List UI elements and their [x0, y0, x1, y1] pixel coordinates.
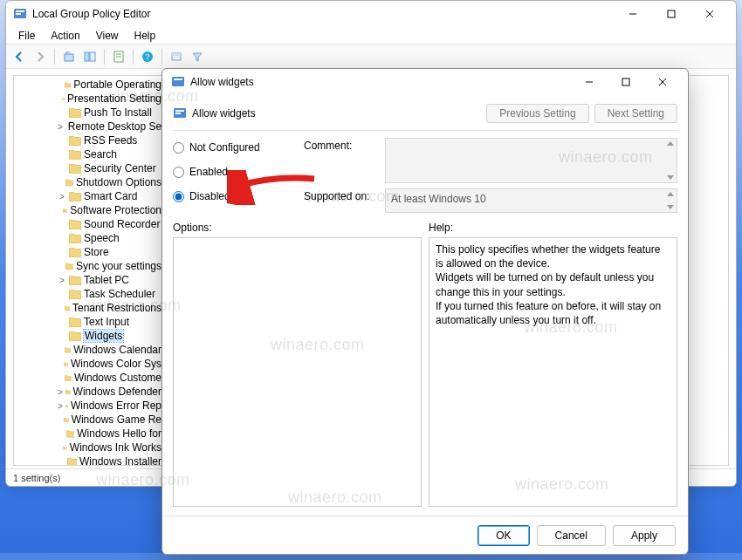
tree-item[interactable]: Windows Color Sys [19, 357, 165, 371]
tree-item-label: Windows Custome [74, 372, 161, 384]
tree-item[interactable]: Task Scheduler [19, 287, 165, 301]
twisty-icon: > [58, 401, 63, 411]
show-hide-tree-button[interactable] [80, 47, 100, 66]
options-panel [173, 237, 422, 507]
tree-item[interactable]: Portable Operating [19, 78, 165, 92]
tree-item[interactable]: >Windows Defender [19, 385, 165, 399]
radio-disabled[interactable] [173, 191, 184, 202]
tree-item[interactable]: Search [19, 147, 165, 161]
tree-item-label: Windows Ink Works [70, 441, 161, 454]
previous-setting-button[interactable]: Previous Setting [486, 104, 588, 123]
tree-item[interactable]: Widgets [19, 329, 165, 343]
svg-rect-25 [175, 113, 181, 114]
tree-item[interactable]: Sound Recorder [19, 217, 165, 231]
tree-item-label: Windows Calendar [73, 344, 161, 356]
svg-rect-1 [16, 10, 24, 12]
tree-item[interactable]: >Windows Error Rep [19, 399, 165, 413]
help-label: Help: [429, 222, 677, 234]
help-button[interactable]: ? [138, 47, 157, 66]
tree-item[interactable]: Text Input [19, 315, 165, 329]
window-title: Local Group Policy Editor [32, 8, 614, 20]
tree-item[interactable]: RSS Feeds [19, 133, 165, 147]
svg-text:?: ? [145, 52, 149, 61]
tree-item[interactable]: Push To Install [19, 106, 165, 120]
back-button[interactable] [10, 47, 29, 66]
titlebar: Local Group Policy Editor [6, 1, 736, 27]
dialog-maximize-button[interactable] [608, 71, 644, 93]
tree-item[interactable]: Windows Game Re [19, 413, 165, 427]
filter-options-button[interactable] [188, 47, 207, 66]
svg-rect-9 [90, 52, 95, 61]
close-button[interactable] [690, 2, 729, 26]
maximize-button[interactable] [652, 2, 690, 26]
tree-item-label: Windows Error Rep [71, 400, 161, 412]
tree-item[interactable]: Windows Calendar [19, 343, 165, 357]
tree-item[interactable]: Windows Hello for [19, 427, 165, 440]
status-text: 1 setting(s) [13, 473, 60, 483]
tree-view[interactable]: Portable OperatingPresentation SettingPu… [13, 75, 166, 466]
svg-rect-17 [172, 77, 184, 86]
tree-item-label: Remote Desktop Se [68, 120, 161, 133]
svg-rect-20 [622, 79, 629, 85]
comment-field[interactable] [385, 138, 677, 183]
svg-rect-2 [16, 13, 21, 15]
tree-item-label: Security Center [84, 162, 156, 174]
tree-item[interactable]: Windows Ink Works [19, 440, 165, 454]
ok-button[interactable]: OK [477, 525, 529, 546]
menu-help[interactable]: Help [127, 28, 163, 44]
tree-item[interactable]: Windows Custome [19, 371, 165, 385]
tree-item[interactable]: Tenant Restrictions [19, 301, 165, 315]
minimize-button[interactable] [614, 2, 652, 26]
tree-item-label: Sound Recorder [84, 218, 160, 230]
forward-button[interactable] [31, 47, 50, 66]
tree-item-label: Software Protection [70, 204, 161, 216]
radio-not-configured[interactable] [173, 142, 184, 154]
twisty-icon: > [58, 387, 63, 397]
tree-item-label: Portable Operating [73, 79, 161, 91]
tree-item-label: Windows Installer [79, 455, 161, 466]
tree-item-label: Shutdown Options [76, 176, 161, 188]
tree-item-label: Search [84, 148, 117, 160]
tree-item-label: Speech [84, 232, 120, 244]
taskbar [0, 553, 742, 560]
menu-action[interactable]: Action [44, 28, 86, 44]
tree-item[interactable]: >Remote Desktop Se [19, 120, 165, 133]
dialog-title: Allow widgets [190, 76, 571, 88]
menu-view[interactable]: View [89, 28, 126, 44]
filter-button[interactable] [167, 47, 186, 66]
apply-button[interactable]: Apply [613, 525, 676, 546]
cancel-button[interactable]: Cancel [537, 525, 606, 546]
svg-rect-16 [172, 53, 181, 56]
properties-button[interactable] [109, 47, 128, 66]
tree-item[interactable]: Shutdown Options [19, 175, 165, 189]
twisty-icon: > [58, 192, 66, 201]
radio-enabled[interactable] [173, 167, 184, 178]
tree-item[interactable]: >Tablet PC [19, 273, 165, 287]
svg-rect-7 [65, 54, 73, 61]
twisty-icon: > [58, 122, 63, 132]
tree-item[interactable]: >Smart Card [19, 189, 165, 203]
up-button[interactable] [59, 47, 79, 66]
tree-item[interactable]: Windows Installer [19, 454, 165, 466]
tree-item-label: Text Input [84, 316, 129, 328]
tree-item[interactable]: Sync your settings [19, 259, 165, 273]
tree-item[interactable]: Speech [19, 231, 165, 245]
menu-file[interactable]: File [11, 28, 42, 44]
dialog-titlebar: Allow widgets [162, 69, 688, 95]
dialog-icon [171, 75, 185, 89]
tree-item-label: Windows Hello for [77, 427, 161, 440]
tree-item[interactable]: Security Center [19, 161, 165, 175]
dialog-minimize-button[interactable] [571, 71, 608, 93]
dialog-close-button[interactable] [644, 71, 681, 93]
tree-item[interactable]: Software Protection [19, 203, 165, 217]
radio-disabled-label: Disabled [189, 190, 230, 202]
next-setting-button[interactable]: Next Setting [594, 104, 677, 123]
state-radio-group: Not Configured Enabled Disabled [173, 138, 304, 213]
radio-not-configured-label: Not Configured [189, 141, 260, 154]
svg-rect-4 [668, 10, 675, 17]
tree-item-label: Presentation Setting [67, 92, 161, 105]
tree-item-label: Windows Defender [73, 386, 161, 398]
tree-item[interactable]: Store [19, 245, 165, 259]
tree-item-label: Windows Color Sys [71, 358, 161, 370]
tree-item[interactable]: Presentation Setting [19, 92, 165, 106]
